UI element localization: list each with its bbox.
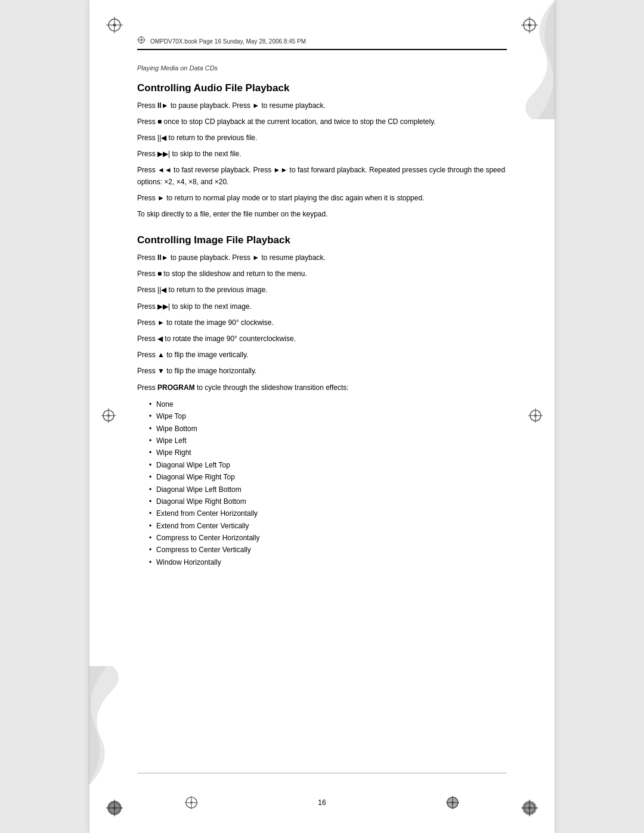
image-para-6: Press ◀ to rotate the image 90° counterc… [137,333,507,345]
image-section: Controlling Image File Playback Press II… [137,234,507,568]
transition-effects-list: None Wipe Top Wipe Bottom Wipe Left Wipe… [137,398,507,568]
side-mark-left [101,408,116,425]
image-para-7: Press ▲ to flip the image vertically. [137,349,507,361]
audio-section: Controlling Audio File Playback Press II… [137,82,507,221]
list-item: Diagonal Wipe Right Top [149,471,507,483]
corner-mark-tl [106,17,123,33]
list-item: Diagonal Wipe Left Bottom [149,484,507,496]
svg-point-3 [113,24,116,27]
svg-point-29 [141,39,143,41]
corner-mark-tr [521,17,538,33]
list-item: Wipe Left [149,435,507,447]
bottom-crosshair-right [446,796,459,809]
header-crosshair-icon [137,36,145,47]
svg-point-25 [534,414,537,417]
list-item: Compress to Center Horizontally [149,532,507,544]
image-para-8: Press ▼ to flip the image horizontally. [137,366,507,377]
list-item: Extend from Center Horizontally [149,507,507,519]
page-inner: OMPDV70X.book Page 16 Sunday, May 28, 20… [89,0,555,833]
audio-para-1: Press II► to pause playback. Press ► to … [137,100,507,112]
list-item: Diagonal Wipe Left Top [149,459,507,471]
audio-heading: Controlling Audio File Playback [137,82,507,94]
list-item: Diagonal Wipe Right Bottom [149,496,507,507]
bottom-crosshair-left [185,796,198,809]
footer-line [137,773,507,773]
audio-para-3: Press ||◀ to return to the previous file… [137,132,507,144]
svg-point-21 [107,414,110,417]
list-item: Window Horizontally [149,556,507,568]
page-header: OMPDV70X.book Page 16 Sunday, May 28, 20… [137,36,507,50]
image-para-3: Press ||◀ to return to the previous imag… [137,284,507,296]
svg-point-7 [528,24,531,27]
image-heading: Controlling Image File Playback [137,234,507,246]
image-para-2: Press ■ to stop the slideshow and return… [137,268,507,280]
list-item: Wipe Right [149,447,507,459]
section-subtitle: Playing Media on Data CDs [137,63,507,74]
side-mark-right [528,408,543,425]
page-container: OMPDV70X.book Page 16 Sunday, May 28, 20… [0,0,644,833]
list-item: Wipe Top [149,410,507,422]
bottom-marks-row: 16 [89,796,555,809]
audio-para-4: Press ▶▶| to skip to the next file. [137,148,507,160]
audio-para-6: Press ► to return to normal play mode or… [137,193,507,204]
list-item: Extend from Center Vertically [149,520,507,532]
image-para-5: Press ► to rotate the image 90° clockwis… [137,317,507,329]
image-para-4: Press ▶▶| to skip to the next image. [137,301,507,312]
audio-para-7: To skip directly to a file, enter the fi… [137,209,507,220]
audio-para-2: Press ■ once to stop CD playback at the … [137,116,507,128]
list-item: None [149,398,507,410]
svg-point-38 [451,801,454,804]
image-para-9: Press PROGRAM to cycle through the slide… [137,382,507,394]
deco-bottom-left [89,666,160,785]
list-item: Wipe Bottom [149,423,507,435]
image-para-1: Press II► to pause playback. Press ► to … [137,252,507,264]
list-item: Compress to Center Vertically [149,544,507,556]
svg-point-33 [191,801,193,804]
audio-para-5: Press ◄◄ to fast reverse playback. Press… [137,165,507,187]
content-area: Playing Media on Data CDs Controlling Au… [137,54,507,568]
page-number: 16 [318,798,326,807]
header-text: OMPDV70X.book Page 16 Sunday, May 28, 20… [150,38,306,45]
